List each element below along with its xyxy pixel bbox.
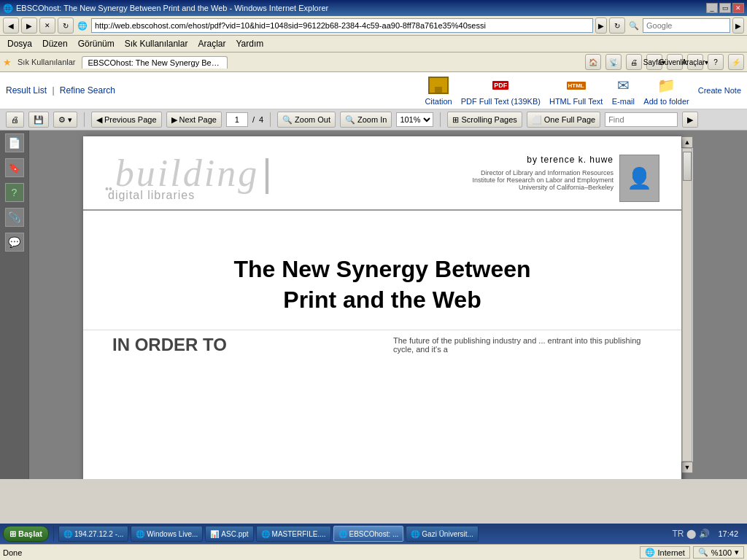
search-input[interactable] [643,18,730,33]
taskbar-label-4: MASTERFILE.... [272,530,326,538]
sidebar-page-icon[interactable]: 📄 [5,133,24,152]
zoom-dropdown-icon: ▾ [735,548,739,557]
print-pdf-button[interactable]: 🖨 [6,112,24,128]
tab-label: EBSCOhost: The New Synergy Between Print… [88,58,228,67]
next-page-button[interactable]: ▶ Next Page [166,112,222,128]
article-title: The New Synergy Between Print and the We… [112,254,652,315]
sidebar-comment-icon[interactable]: 💬 [5,233,24,252]
scroll-thumb[interactable] [683,152,692,181]
compatibility-button[interactable]: ⚡ [728,54,744,70]
menu-dosya[interactable]: Dosya [3,37,36,50]
pdf-settings-button[interactable]: ⚙ ▾ [53,112,77,128]
zoom-level-select[interactable]: 101% 75% 100% 125% 150% [396,112,433,127]
system-clock: 17:42 [712,529,744,538]
help-button[interactable]: ? [708,54,724,70]
pdf-content-area: •• building | digital libraries by teren… [29,131,747,479]
start-button[interactable]: ⊞ Başlat [3,526,49,542]
scroll-track[interactable] [682,148,692,462]
restore-button[interactable]: ▭ [719,3,731,13]
zone-label: Internet [658,548,685,557]
sidebar-attachment-icon[interactable]: 📎 [5,208,24,227]
taskbar-btn-ip[interactable]: 🌐 194.27.12.2 -... [58,526,128,542]
zoom-in-button[interactable]: 🔍 Zoom In [340,112,392,128]
minimize-button[interactable]: _ [706,3,718,13]
html-button[interactable]: HTML HTML Full Text [549,75,603,106]
one-full-page-button[interactable]: ⬜ One Full Page [527,112,600,128]
taskbar-ie-icon-1: 🌐 [63,530,72,538]
folder-action-icon: 📁 [655,75,678,96]
close-button[interactable]: ✕ [732,3,744,13]
forward-button[interactable]: ▶ [21,18,37,34]
taskbar-ie-icon-2: 🌐 [136,530,144,538]
taskbar-tray-icons: TR ⬤ 🔊 [672,529,710,539]
refine-search-link[interactable]: Refine Search [60,85,115,96]
browser-tab-ebscohost[interactable]: EBSCOhost: The New Synergy Between Print… [82,56,228,69]
address-bar: ◀ ▶ ✕ ↻ 🌐 ▶ ↻ 🔍 ▶ [0,16,747,36]
sidebar-bookmark-icon[interactable]: 🔖 [5,158,24,177]
search-go-button[interactable]: ▶ [732,18,744,34]
html-icon: HTML [567,82,586,90]
article-col-right: The future of the publishing industry an… [393,336,652,354]
citation-button[interactable]: Citation [425,75,452,106]
rss-button[interactable]: 📡 [605,54,622,70]
menu-araclar[interactable]: Araçlar [193,37,230,50]
find-go-button[interactable]: ▶ [682,112,698,128]
print-button[interactable]: 🖨 [626,54,642,70]
taskbar-btn-ebsco[interactable]: 🌐 EBSCOhost: ... [333,526,404,542]
menu-duzen[interactable]: Düzen [38,37,72,50]
search-refresh-button[interactable]: ↻ [609,18,625,34]
author-by-line: by terence k. huwe [472,155,614,165]
scrolling-pages-button[interactable]: ⊞ Scrolling Pages [447,112,522,128]
sidebar-help-icon[interactable]: ? [5,183,24,202]
favorites-label[interactable]: Sık Kullanılanlar [18,58,76,66]
building-masthead: •• building | digital libraries [105,151,272,202]
author-bio-2: Institute for Research on Labor and Empl… [472,176,614,184]
status-zoom[interactable]: 🔍 %100 ▾ [693,546,744,559]
result-list-link[interactable]: Result List [6,85,47,96]
author-bio-1: Director of Library and Information Reso… [472,169,614,176]
menu-yardim[interactable]: Yardım [231,37,268,50]
go-button[interactable]: ▶ [595,18,607,34]
one-full-page-icon: ⬜ [532,115,542,125]
taskbar-btn-asc[interactable]: 📊 ASC.ppt [205,526,253,542]
status-left: Done [3,548,22,557]
refresh-button[interactable]: ↻ [58,18,74,34]
home-button[interactable]: 🏠 [585,54,601,70]
status-zone: 🌐 Internet [640,546,690,559]
stop-button[interactable]: ✕ [39,18,55,34]
tools-label: Araçlar [682,58,705,66]
email-button[interactable]: ✉ E-mail [611,75,635,106]
menu-gorunum[interactable]: Görünüm [74,37,119,50]
find-input[interactable] [605,112,678,127]
prev-page-button[interactable]: ◀ Previous Page [91,112,162,128]
address-label: 🌐 [76,21,89,31]
ie-address-bar-row: ◀ ▶ ✕ ↻ 🌐 ▶ ↻ 🔍 ▶ Dosya Düzen Görünüm Sı… [0,16,747,52]
taskbar-btn-wlive[interactable]: 🌐 Windows Live... [131,526,203,542]
save-pdf-button[interactable]: 💾 [28,112,49,128]
scroll-down-button[interactable]: ▼ [681,462,693,473]
page-number-input[interactable] [226,112,248,127]
status-right: 🌐 Internet 🔍 %100 ▾ [640,546,744,559]
add-to-folder-button[interactable]: 📁 Add to folder [643,75,689,106]
title-line-1: The New Synergy Between [233,256,530,282]
security-button[interactable]: Güvenlik ▾ [667,54,683,70]
pdf-button[interactable]: PDF PDF Full Text (139KB) [461,75,541,106]
next-page-label: Next Page [179,115,217,124]
taskbar-btn-masterfile[interactable]: 🌐 MASTERFILE.... [256,526,331,542]
vertical-scrollbar[interactable]: ▲ ▼ [681,136,693,473]
zoom-out-button[interactable]: 🔍 Zoom Out [277,112,336,128]
back-button[interactable]: ◀ [3,18,19,34]
create-note-button[interactable]: Create Note [698,86,741,95]
toolbar-separator-1 [84,112,85,127]
scroll-up-button[interactable]: ▲ [681,136,693,148]
pdf-action-icon: PDF [489,75,512,96]
tools-button[interactable]: Araçlar ▾ [687,54,703,70]
taskbar-btn-gazi[interactable]: 🌐 Gazi Üniversit... [406,526,479,542]
taskbar-label-1: 194.27.12.2 -... [74,530,123,538]
main-layout: 📄 🔖 ? 📎 💬 •• building | digital librarie… [0,131,747,479]
pdf-label: PDF Full Text (139KB) [461,97,541,106]
menu-sik-kullanilanlar[interactable]: Sık Kullanılanlar [120,37,193,50]
address-input[interactable] [91,18,593,33]
next-page-icon: ▶ [171,115,177,125]
article-title-section: The New Synergy Between Print and the We… [83,211,681,330]
